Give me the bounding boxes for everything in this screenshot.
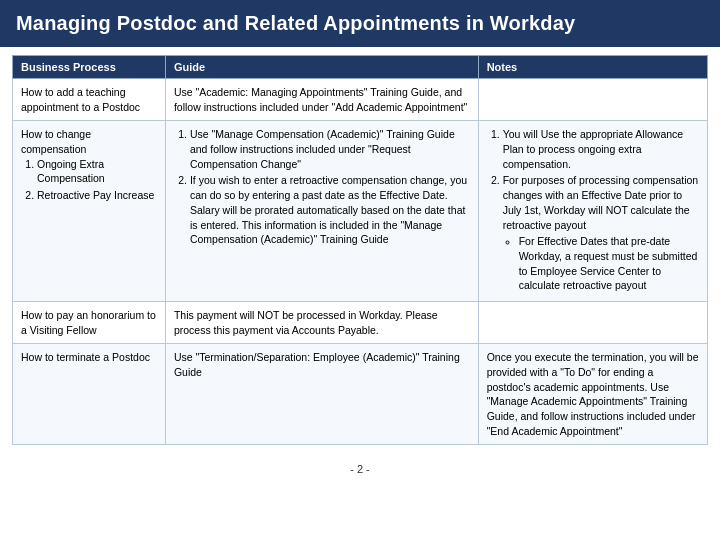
table-row: How to pay an honorarium to a Visiting F…: [13, 301, 708, 343]
list-item: If you wish to enter a retroactive compe…: [190, 173, 470, 246]
col-header-guide: Guide: [165, 56, 478, 79]
list-item: You will Use the appropriate Allowance P…: [503, 127, 699, 171]
row4-guide: Use "Termination/Separation: Employee (A…: [165, 344, 478, 445]
row2-bp-intro: How to change compensation: [21, 128, 91, 155]
list-item: Retroactive Pay Increase: [37, 188, 157, 203]
list-item: For purposes of processing compensation …: [503, 173, 699, 293]
row3-bp: How to pay an honorarium to a Visiting F…: [13, 301, 166, 343]
table-row: How to change compensation Ongoing Extra…: [13, 121, 708, 302]
main-table: Business Process Guide Notes How to add …: [12, 55, 708, 445]
table-row: How to terminate a Postdoc Use "Terminat…: [13, 344, 708, 445]
row3-guide: This payment will NOT be processed in Wo…: [165, 301, 478, 343]
list-item: Ongoing Extra Compensation: [37, 157, 157, 186]
row4-notes: Once you execute the termination, you wi…: [478, 344, 707, 445]
row2-notes: You will Use the appropriate Allowance P…: [478, 121, 707, 302]
page-footer: - 2 -: [0, 453, 720, 485]
row2-bp: How to change compensation Ongoing Extra…: [13, 121, 166, 302]
row1-bp: How to add a teaching appointment to a P…: [13, 79, 166, 121]
col-header-bp: Business Process: [13, 56, 166, 79]
page-number: - 2 -: [350, 463, 370, 475]
row4-bp: How to terminate a Postdoc: [13, 344, 166, 445]
row1-guide: Use "Academic: Managing Appointments" Tr…: [165, 79, 478, 121]
main-content: Business Process Guide Notes How to add …: [0, 47, 720, 453]
table-row: How to add a teaching appointment to a P…: [13, 79, 708, 121]
row3-notes: [478, 301, 707, 343]
row2-guide: Use "Manage Compensation (Academic)" Tra…: [165, 121, 478, 302]
list-item: For Effective Dates that pre-date Workda…: [519, 234, 699, 293]
row1-notes: [478, 79, 707, 121]
page-header: Managing Postdoc and Related Appointment…: [0, 0, 720, 47]
list-item: Use "Manage Compensation (Academic)" Tra…: [190, 127, 470, 171]
col-header-notes: Notes: [478, 56, 707, 79]
page-title: Managing Postdoc and Related Appointment…: [16, 12, 575, 34]
